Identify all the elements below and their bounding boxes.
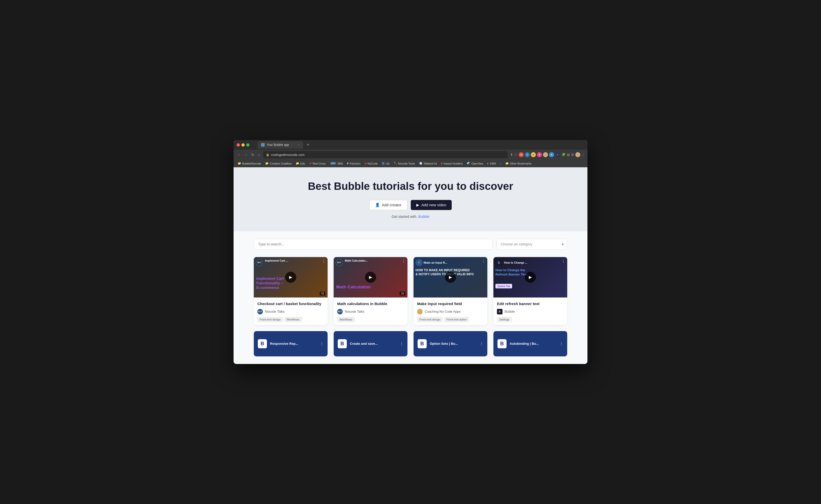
bookmark-opensea[interactable]: 🌊 OpenSea [465,161,485,166]
card-4-play-button[interactable]: ▶ [525,272,536,283]
bottom-card-3-menu[interactable]: ⋮ [480,342,483,346]
bottom-card-1: B Responsive Rep... ⋮ [254,331,328,356]
bookmark-sba[interactable]: SBA SBA [328,161,345,166]
card-2-body: Math calculations in Bubble NCT Nocode T… [334,297,407,325]
search-input[interactable] [254,239,492,249]
card-3: C Make an Input R... ⋮ HOW TO MAKE AN IN… [414,257,487,325]
card-2-tag-1[interactable]: Workflows [337,317,355,322]
bookmark-edu[interactable]: 📁 Edu [294,161,307,166]
card-3-tag-1[interactable]: Front-end design [417,317,443,322]
bottom-card-4-menu[interactable]: ⋮ [560,342,563,346]
bottom-card-2: B Create and save... ⋮ [334,331,407,356]
bookmarks-bar: 📁 Bubble/Nocode 📁 Creative Coalition 📁 E… [234,160,587,167]
folder-icon: 📁 [238,162,241,165]
card-2-play-button[interactable]: ▶ [365,272,376,283]
card-2-creator-name: Nocode Talks [345,310,364,313]
bottom-card-3: B Option Sets | Bu... ⋮ [414,331,487,356]
new-tab-button[interactable]: + [305,142,311,148]
sba-icon: SBA [330,162,336,165]
refresh-button[interactable]: ↻ [250,152,255,157]
hero-title: Best Bubble tutorials for you to discove… [239,180,582,193]
minimize-window-button[interactable] [241,143,245,147]
split-view-icon[interactable]: ⊞ [571,153,574,156]
share-icon[interactable]: ⬆ [510,153,513,156]
close-window-button[interactable] [237,143,240,147]
bookmark-nocode[interactable]: N NoCode [363,162,379,166]
card-2: NCT Math Calculatio... ⋮ Math Calculatio… [334,257,407,325]
bookmark-impact-hustlers[interactable]: ▮ Impact Hustlers [439,161,464,166]
extension-icon-5[interactable]: ● [549,152,554,157]
bookmark-creative-coalition[interactable]: 📁 Creative Coalition [264,161,293,166]
card-2-avatar: NCT [337,309,343,314]
extension-icon-6[interactable]: C [555,152,560,157]
red-cross-icon: ✚ [309,162,312,165]
folder-icon: 📁 [505,162,509,165]
tab-bar: 🌐 Your Bubble app × + [254,140,584,149]
card-3-thumb-bg: C Make an Input R... ⋮ HOW TO MAKE AN IN… [414,257,487,297]
card-1-play-button[interactable]: ▶ [285,272,296,283]
menu-button[interactable]: ⋮ [582,153,585,156]
extension-icon-2[interactable]: S [525,152,530,157]
bottom-card-2-menu[interactable]: ⋮ [400,342,403,346]
card-3-play-button[interactable]: ▶ [445,272,456,283]
bookmark-futurism[interactable]: F Futurism [346,162,362,166]
card-2-creator: NCT Nocode Talks [337,309,404,314]
title-bar: 🌐 Your Bubble app × + [234,140,587,150]
nocode-tools-icon: 🔨 [394,162,397,165]
url-bar[interactable]: 🔒 codingwithnocode.com [263,151,508,158]
bottom-card-2-title: Create and save... [350,342,378,346]
card-3-thumbnail: C Make an Input R... ⋮ HOW TO MAKE AN IN… [414,257,487,297]
extension-icon-3[interactable]: ✦ [531,152,536,157]
home-button[interactable]: ⌂ [257,152,261,157]
folder-icon: 📁 [265,162,269,165]
bottom-card-4-logo: B [497,339,507,348]
bottom-card-2-thumb: B Create and save... ⋮ [334,331,407,356]
maximize-window-button[interactable] [246,143,249,147]
browser-tab[interactable]: 🌐 Your Bubble app × [258,141,303,149]
bookmark-lib[interactable]: L Lib [380,161,391,166]
extension-icon-4[interactable]: ♥ [537,152,542,157]
back-button[interactable]: ← [236,152,242,157]
bookmark-red-cross[interactable]: ✚ Red Cross [308,161,327,166]
card-3-menu[interactable]: ⋮ [482,259,485,263]
card-1-title: Checkout cart / basket functionality [257,301,324,306]
bottom-card-1-menu[interactable]: ⋮ [320,342,324,346]
card-4-tag-1[interactable]: Settings [497,317,512,322]
extensions-icon[interactable]: 🧩 [562,153,565,156]
bookmark-icon[interactable]: ☆ [514,153,517,156]
forward-button[interactable]: → [243,152,249,157]
bottom-cards-grid: B Responsive Rep... ⋮ B Create and save.… [254,331,567,356]
nocode-icon: N [364,162,367,165]
bookmark-nocode-tools[interactable]: 🔨 Nocode Tools [392,161,416,166]
add-video-icon: ▶ [416,203,419,207]
bookmark-other[interactable]: 📁 Other Bookmarks [504,161,533,166]
category-select[interactable]: Choose an category [496,239,567,249]
extension-icon-1[interactable]: 40 [519,152,524,157]
add-creator-button[interactable]: 👤 Add creator [369,200,407,210]
profile-icon[interactable] [543,152,548,157]
bottom-card-4: B Autobinding | Bu... ⋮ [493,331,567,356]
card-4-header: b How to Change ... [495,259,560,266]
bookmark-bubble-nocode[interactable]: 📁 Bubble/Nocode [236,161,263,166]
add-video-button[interactable]: ▶ Add new video [411,200,452,210]
card-1-tag-2[interactable]: Workflows [284,317,302,322]
subtitle-prefix: Get started with [392,215,417,219]
futurism-icon: F [347,162,349,165]
card-3-avatar: 🤝 [417,309,423,314]
card-3-tags: Front-end design Front-end action [417,317,484,322]
card-3-creator-name: Coaching No Code Apps [425,310,461,313]
card-1-menu[interactable]: ⋮ [322,259,326,263]
card-4-menu[interactable]: ⋮ [562,259,565,263]
bubble-link[interactable]: .Bubble [417,215,429,219]
add-creator-label: Add creator [382,203,402,207]
card-1-thumb-title: Implement Cart ... [265,259,321,262]
sidebar-icon[interactable]: ▤ [567,153,570,156]
card-3-tag-2[interactable]: Front-end action [444,317,469,322]
card-2-menu[interactable]: ⋮ [402,259,405,263]
tab-close-button[interactable]: × [298,143,300,146]
card-1-tag-1[interactable]: Front-end design [257,317,283,322]
card-4-creator: b Bubble [497,309,564,314]
account-avatar[interactable] [575,152,580,157]
bookmark-tailwind[interactable]: 💨 Tailwind UI [417,161,438,166]
bookmark-1909[interactable]: ▮ 1909 [486,162,497,166]
